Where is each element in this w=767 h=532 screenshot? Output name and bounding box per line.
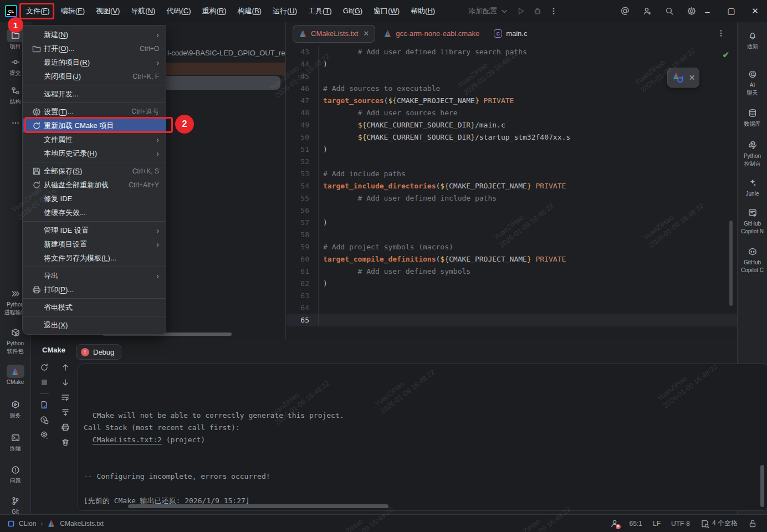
maximize-button[interactable]: ▢	[719, 0, 743, 22]
code-text	[319, 204, 323, 217]
file-menu-item[interactable]: 导出›	[23, 269, 166, 283]
bell-icon	[744, 29, 761, 42]
sidebar-item-问题[interactable]: 问题	[0, 463, 30, 484]
debug-button[interactable]	[533, 7, 542, 16]
run-button[interactable]	[517, 7, 525, 16]
inspection-icon[interactable]: ✕	[610, 519, 619, 528]
arrow-up-icon[interactable]	[60, 363, 70, 372]
sidebar-item-CMake[interactable]: CMake	[0, 365, 30, 386]
indent-icon[interactable]: 4 个空格	[700, 519, 738, 528]
file-menu-item[interactable]: 关闭项目(J)Ctrl+K, F	[23, 69, 166, 83]
breadcrumb-text[interactable]: CMakeLists.txt	[60, 520, 104, 528]
output-hscrollbar[interactable]	[128, 504, 388, 508]
unlock-icon[interactable]	[748, 519, 757, 528]
sidebar-item-Junie[interactable]: Junie	[738, 176, 767, 197]
doc-gear-icon[interactable]	[39, 401, 49, 410]
menubar-item-5[interactable]: 重构(R)	[197, 0, 232, 22]
tab-options-icon[interactable]	[717, 29, 725, 38]
file-menu-item[interactable]: 省电模式	[23, 300, 166, 314]
file-menu-item[interactable]: 使缓存失效...	[23, 206, 166, 219]
line-number: 55	[287, 192, 319, 204]
editor-vscrollbar[interactable]	[729, 221, 733, 306]
run-config-selector[interactable]: 添加配置	[468, 6, 509, 16]
status-UTF-8[interactable]: UTF-8	[671, 520, 690, 528]
minimize-button[interactable]: –	[696, 0, 719, 22]
menubar-item-1[interactable]: 编辑(E)	[55, 0, 90, 22]
file-menu-item[interactable]: 全部保存(S)Ctrl+K, S	[23, 164, 166, 178]
menubar-item-8[interactable]: 工具(T)	[303, 0, 338, 22]
status-LF[interactable]: LF	[653, 520, 661, 528]
file-menu-item[interactable]: 文件属性›	[23, 132, 166, 146]
menubar-item-7[interactable]: 运行(U)	[267, 0, 303, 22]
code-text	[319, 70, 323, 83]
printer-icon[interactable]	[60, 423, 70, 432]
sidebar-item-AI[interactable]: AI聊天	[738, 68, 767, 96]
file-menu-item[interactable]: 打开(O)...Ctrl+O	[23, 42, 166, 55]
sidebar-item-label: Python	[7, 340, 24, 347]
tab-debug[interactable]: ! Debug	[76, 344, 121, 360]
sidebar-item-label: Copilot N	[741, 228, 764, 235]
menubar-item-3[interactable]: 导航(N)	[125, 0, 161, 22]
file-menu-item[interactable]: 最近的项目(R)›	[23, 55, 166, 69]
file-menu-item[interactable]: 将文件另存为模板(L)...	[23, 251, 166, 265]
menubar-item-6[interactable]: 构建(B)	[232, 0, 267, 22]
menubar-item-9[interactable]: Git(G)	[338, 0, 368, 22]
sidebar-item-Python[interactable]: Python控制台	[738, 139, 767, 167]
annotation-step-2: 2	[175, 115, 194, 134]
file-menu-item[interactable]: 管理 IDE 设置›	[23, 223, 166, 237]
file-menu-item[interactable]: 打印(P)...	[23, 283, 166, 296]
dismiss-icon[interactable]: ✕	[689, 73, 696, 82]
code-area[interactable]: 43 # Add user defined library search pat…	[287, 46, 737, 326]
printer-icon	[29, 285, 44, 294]
status-65:1[interactable]: 65:1	[630, 520, 642, 528]
close-button[interactable]: ✕	[743, 0, 767, 22]
sidebar-item-GitHub[interactable]: GitHubCopilot N	[738, 206, 767, 235]
editor-tab-0[interactable]: CMakeLists.txt✕	[293, 25, 375, 42]
code-text: )	[319, 217, 328, 229]
titlebar-actions	[621, 0, 696, 22]
search-everywhere-icon[interactable]	[665, 7, 674, 16]
trash-icon[interactable]	[60, 438, 70, 447]
reload-icon[interactable]	[39, 363, 49, 372]
file-menu-item[interactable]: 退出(X)	[23, 318, 166, 332]
sidebar-item-label: CMake	[7, 379, 24, 386]
sidebar-item-label: 软件包	[7, 348, 24, 355]
softwrap-icon[interactable]	[60, 393, 70, 402]
arrow-down-icon[interactable]	[60, 378, 70, 387]
sidebar-item-GitHub[interactable]: GitHubCopilot C	[738, 245, 767, 274]
file-menu-item-label: 修复 IDE	[44, 194, 159, 204]
file-menu-item[interactable]: 修复 IDE	[23, 192, 166, 206]
more-actions-icon[interactable]	[550, 7, 558, 16]
sidebar-item-Git[interactable]: Git	[0, 494, 30, 515]
output-line: CMake will not be able to correctly gene…	[84, 410, 344, 422]
error-badge: !	[81, 348, 89, 356]
sidebar-item-通知[interactable]: 通知	[738, 29, 767, 50]
file-menu-item[interactable]: 本地历史记录(H)›	[23, 146, 166, 160]
output-vscrollbar[interactable]	[760, 465, 764, 507]
sidebar-item-终端[interactable]: 终端	[0, 431, 30, 452]
scrollend-icon[interactable]	[60, 408, 70, 417]
menubar-item-11[interactable]: 帮助(H)	[405, 0, 441, 22]
editor-tab-2[interactable]: Cmain.c	[488, 25, 533, 42]
menubar-item-10[interactable]: 窗口(W)	[368, 0, 405, 22]
clock-save-icon[interactable]	[39, 416, 49, 424]
editor-tab-1[interactable]: gcc-arm-none-eabi.cmake	[378, 25, 485, 42]
file-menu-item[interactable]: 新建(N)›	[23, 28, 166, 42]
sidebar-item-服务[interactable]: 服务	[0, 398, 30, 419]
sidebar-item-数据库[interactable]: 数据库	[738, 106, 767, 127]
code-line: 61 # Add user defined symbols	[287, 265, 737, 278]
gear-caret-icon[interactable]	[39, 431, 49, 439]
cmake-reload-icon[interactable]	[672, 72, 684, 83]
stop-icon[interactable]	[39, 378, 49, 387]
tab-close-icon[interactable]: ✕	[363, 29, 369, 38]
add-user-icon[interactable]	[643, 7, 652, 16]
file-menu-item[interactable]: 新建项目设置›	[23, 237, 166, 251]
settings-gear-icon[interactable]	[687, 7, 696, 16]
file-menu-item[interactable]: 从磁盘全部重新加载Ctrl+Alt+Y	[23, 178, 166, 192]
menubar-item-4[interactable]: 代码(C)	[161, 0, 196, 22]
menubar-item-2[interactable]: 视图(V)	[90, 0, 125, 22]
file-menu-item[interactable]: 远程开发...	[23, 87, 166, 101]
output-file-link[interactable]: CMakeLists.txt:2	[93, 436, 162, 444]
breadcrumb-text[interactable]: CLion	[19, 520, 36, 528]
ai-assistant-icon[interactable]	[621, 7, 630, 16]
